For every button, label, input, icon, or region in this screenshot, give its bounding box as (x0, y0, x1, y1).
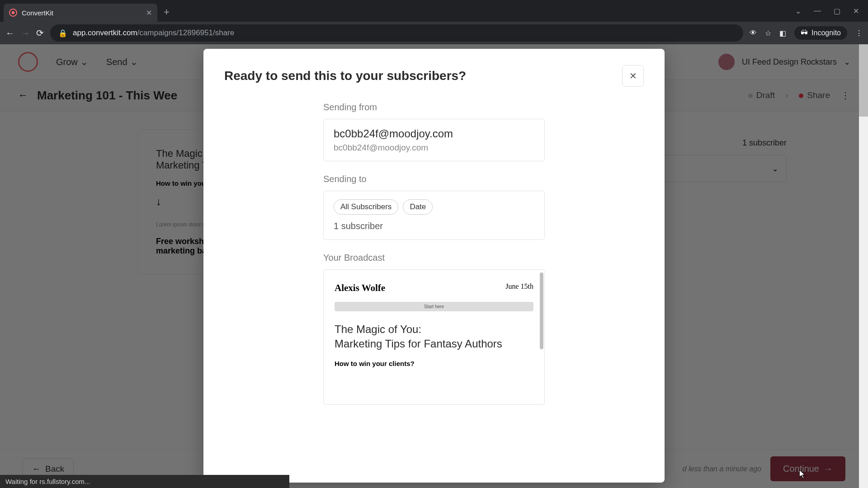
modal-close-button[interactable]: ✕ (622, 65, 644, 87)
star-icon[interactable]: ☆ (765, 29, 771, 38)
browser-status-bar: Waiting for rs.fullstory.com... (0, 475, 289, 488)
address-bar[interactable]: 🔒 app.convertkit.com/campaigns/12896951/… (50, 24, 743, 42)
cursor-icon (799, 470, 806, 479)
from-email: bc0bb24f@moodjoy.com (334, 127, 534, 140)
tab-title: ConvertKit (22, 9, 142, 17)
kebab-menu-icon[interactable]: ⋮ (855, 29, 863, 38)
reload-icon[interactable]: ⟳ (36, 28, 44, 38)
filter-chip-all[interactable]: All Subscribers (334, 199, 398, 215)
broadcast-author: Alexis Wolfe (335, 282, 385, 294)
sending-to-box[interactable]: All Subscribers Date 1 subscriber (323, 191, 545, 240)
close-window-icon[interactable]: ✕ (853, 7, 859, 15)
filter-chip-date[interactable]: Date (403, 199, 433, 215)
eye-off-icon[interactable]: 👁 (750, 29, 757, 37)
modal-subscriber-count: 1 subscriber (334, 221, 534, 231)
send-confirmation-modal: Ready to send this to your subscribers? … (203, 49, 665, 483)
url-text: app.convertkit.com/campaigns/12896951/sh… (73, 28, 234, 38)
browser-tab[interactable]: ConvertKit ✕ (4, 4, 157, 22)
incognito-icon: 🕶 (801, 29, 808, 37)
modal-title: Ready to send this to your subscribers? (224, 69, 466, 83)
from-email-secondary: bc0bb24f@moodjoy.com (334, 143, 534, 153)
scrollbar-thumb[interactable] (540, 272, 543, 349)
start-here-bar[interactable]: Start here (335, 302, 533, 311)
sending-from-label: Sending from (323, 102, 545, 113)
new-tab-button[interactable]: + (164, 6, 170, 18)
broadcast-label: Your Broadcast (323, 253, 545, 263)
window-controls: ⌄ ― ▢ ✕ (795, 7, 864, 15)
broadcast-title: The Magic of You: Marketing Tips for Fan… (335, 322, 533, 352)
lock-icon: 🔒 (58, 29, 67, 38)
favicon-icon (9, 9, 17, 17)
panel-icon[interactable]: ◧ (779, 29, 786, 38)
sending-to-label: Sending to (323, 174, 545, 184)
browser-tab-strip: ConvertKit ✕ + ⌄ ― ▢ ✕ (0, 0, 868, 22)
forward-icon: → (21, 28, 30, 38)
page-scrollbar[interactable] (859, 44, 868, 488)
maximize-icon[interactable]: ▢ (834, 7, 840, 15)
broadcast-date: June 15th (505, 282, 533, 294)
minimize-icon[interactable]: ― (814, 7, 821, 15)
back-icon[interactable]: ← (5, 28, 14, 38)
incognito-badge[interactable]: 🕶 Incognito (794, 26, 847, 40)
close-icon[interactable]: ✕ (146, 9, 152, 17)
broadcast-preview[interactable]: Alexis Wolfe June 15th Start here The Ma… (323, 269, 545, 405)
sending-from-box[interactable]: bc0bb24f@moodjoy.com bc0bb24f@moodjoy.co… (323, 119, 545, 161)
close-icon: ✕ (629, 70, 637, 81)
browser-toolbar: ← → ⟳ 🔒 app.convertkit.com/campaigns/128… (0, 22, 868, 44)
chevron-down-icon[interactable]: ⌄ (795, 7, 801, 15)
incognito-label: Incognito (811, 29, 841, 37)
broadcast-sub: How to win your clients? (335, 360, 533, 367)
